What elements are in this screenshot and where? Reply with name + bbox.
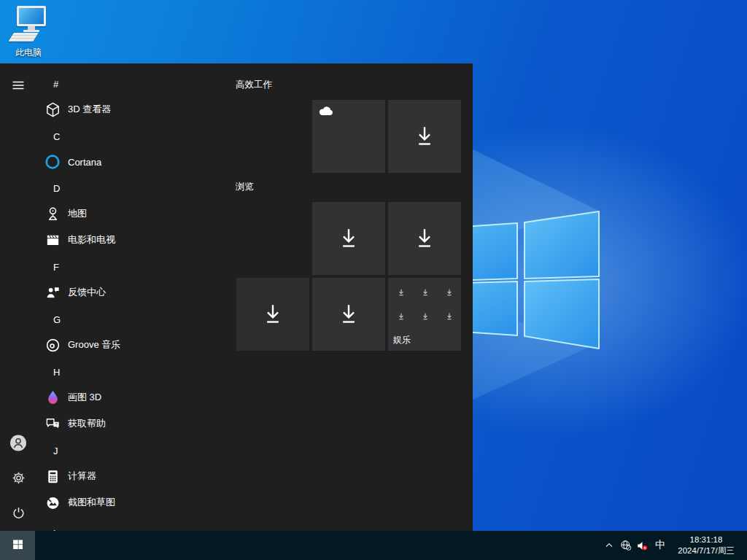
clock-time: 18:31:18	[690, 534, 723, 545]
download-arrow-icon	[397, 311, 406, 319]
tile-onedrive[interactable]	[312, 100, 385, 173]
clock-date: 2024/7/17/周三	[678, 545, 734, 556]
monitor-base-shape	[23, 30, 39, 32]
download-arrow-icon	[411, 225, 438, 252]
desktop: 此电脑 # 3D 查看器 C	[0, 0, 747, 560]
ime-indicator[interactable]: 中	[651, 531, 670, 560]
desktop-icon-label: 此电脑	[4, 47, 53, 59]
globe-no-internet-icon[interactable]	[617, 531, 635, 560]
start-menu: # 3D 查看器 C Cortana D 地图	[0, 63, 473, 531]
download-arrow-icon	[397, 287, 406, 295]
tile-pending-download[interactable]	[312, 278, 385, 351]
tile-section-title[interactable]: 浏览	[236, 181, 254, 193]
tile-folder-entertainment[interactable]: 娱乐	[388, 278, 461, 351]
download-arrow-icon	[336, 225, 362, 252]
speaker-muted-icon[interactable]	[633, 531, 651, 560]
download-arrow-icon	[421, 311, 430, 319]
download-arrow-icon	[260, 301, 286, 327]
folder-tile-label: 娱乐	[393, 334, 411, 346]
onedrive-cloud-icon	[318, 106, 334, 116]
folder-mini-tiles	[391, 281, 458, 329]
start-menu-tiles: 高效工作 浏览	[0, 63, 473, 531]
taskbar: 中 18:31:18 2024/7/17/周三	[0, 531, 747, 560]
this-pc-icon	[4, 4, 53, 44]
tile-section-title[interactable]: 高效工作	[236, 79, 272, 91]
download-arrow-icon	[411, 123, 438, 149]
download-arrow-icon	[336, 301, 362, 327]
keyboard-shape	[8, 33, 38, 42]
tile-pending-download[interactable]	[236, 278, 309, 351]
start-button[interactable]	[0, 531, 35, 560]
download-arrow-icon	[445, 311, 454, 319]
tile-pending-download[interactable]	[388, 202, 461, 275]
windows-logo-icon	[12, 538, 24, 553]
download-arrow-icon	[445, 287, 454, 295]
tile-pending-download[interactable]	[388, 100, 461, 173]
desktop-icon-this-pc[interactable]: 此电脑	[4, 4, 53, 59]
download-arrow-icon	[421, 287, 430, 295]
tile-pending-download[interactable]	[312, 202, 385, 275]
monitor-shape	[17, 6, 46, 26]
taskbar-clock[interactable]: 18:31:18 2024/7/17/周三	[671, 531, 741, 560]
chevron-up-icon[interactable]	[600, 531, 618, 560]
